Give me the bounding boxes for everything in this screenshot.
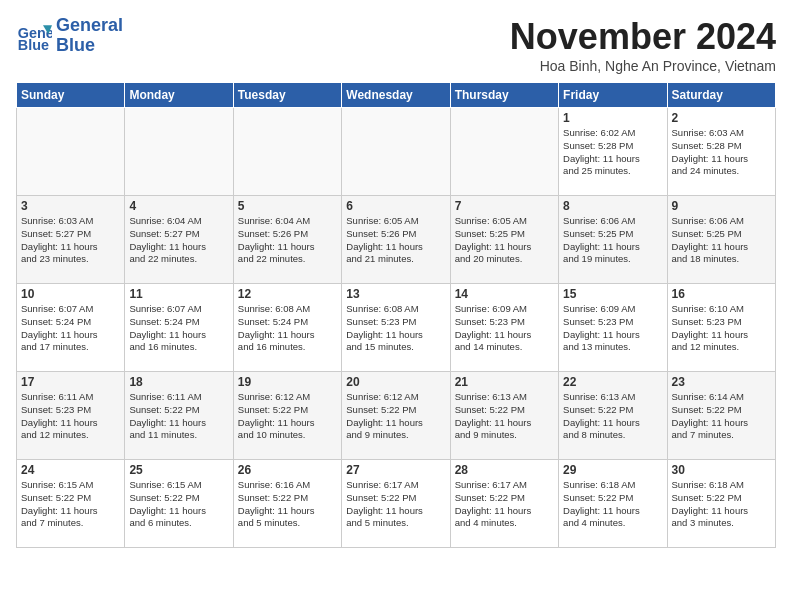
day-number: 17 <box>21 375 120 389</box>
calendar-cell: 4Sunrise: 6:04 AM Sunset: 5:27 PM Daylig… <box>125 196 233 284</box>
calendar-cell: 25Sunrise: 6:15 AM Sunset: 5:22 PM Dayli… <box>125 460 233 548</box>
calendar-cell: 7Sunrise: 6:05 AM Sunset: 5:25 PM Daylig… <box>450 196 558 284</box>
calendar-cell <box>233 108 341 196</box>
day-info: Sunrise: 6:11 AM Sunset: 5:22 PM Dayligh… <box>129 391 228 442</box>
day-info: Sunrise: 6:05 AM Sunset: 5:26 PM Dayligh… <box>346 215 445 266</box>
calendar-cell: 9Sunrise: 6:06 AM Sunset: 5:25 PM Daylig… <box>667 196 775 284</box>
calendar-cell: 14Sunrise: 6:09 AM Sunset: 5:23 PM Dayli… <box>450 284 558 372</box>
day-number: 18 <box>129 375 228 389</box>
calendar-cell: 18Sunrise: 6:11 AM Sunset: 5:22 PM Dayli… <box>125 372 233 460</box>
calendar-cell <box>17 108 125 196</box>
title-block: November 2024 Hoa Binh, Nghe An Province… <box>510 16 776 74</box>
weekday-header-sunday: Sunday <box>17 83 125 108</box>
calendar-cell: 26Sunrise: 6:16 AM Sunset: 5:22 PM Dayli… <box>233 460 341 548</box>
calendar-cell: 8Sunrise: 6:06 AM Sunset: 5:25 PM Daylig… <box>559 196 667 284</box>
day-number: 3 <box>21 199 120 213</box>
day-number: 30 <box>672 463 771 477</box>
weekday-header-friday: Friday <box>559 83 667 108</box>
calendar-cell: 1Sunrise: 6:02 AM Sunset: 5:28 PM Daylig… <box>559 108 667 196</box>
day-number: 4 <box>129 199 228 213</box>
day-info: Sunrise: 6:02 AM Sunset: 5:28 PM Dayligh… <box>563 127 662 178</box>
day-number: 23 <box>672 375 771 389</box>
weekday-header-monday: Monday <box>125 83 233 108</box>
day-number: 13 <box>346 287 445 301</box>
day-info: Sunrise: 6:12 AM Sunset: 5:22 PM Dayligh… <box>346 391 445 442</box>
day-info: Sunrise: 6:15 AM Sunset: 5:22 PM Dayligh… <box>129 479 228 530</box>
day-number: 16 <box>672 287 771 301</box>
calendar-cell: 2Sunrise: 6:03 AM Sunset: 5:28 PM Daylig… <box>667 108 775 196</box>
calendar-week-row: 17Sunrise: 6:11 AM Sunset: 5:23 PM Dayli… <box>17 372 776 460</box>
calendar-cell: 5Sunrise: 6:04 AM Sunset: 5:26 PM Daylig… <box>233 196 341 284</box>
calendar-cell <box>342 108 450 196</box>
calendar-cell: 19Sunrise: 6:12 AM Sunset: 5:22 PM Dayli… <box>233 372 341 460</box>
day-number: 7 <box>455 199 554 213</box>
day-number: 6 <box>346 199 445 213</box>
calendar-cell: 3Sunrise: 6:03 AM Sunset: 5:27 PM Daylig… <box>17 196 125 284</box>
logo-icon: General Blue <box>16 18 52 54</box>
day-number: 11 <box>129 287 228 301</box>
day-info: Sunrise: 6:18 AM Sunset: 5:22 PM Dayligh… <box>672 479 771 530</box>
calendar-cell <box>125 108 233 196</box>
svg-text:Blue: Blue <box>18 37 49 53</box>
day-number: 10 <box>21 287 120 301</box>
calendar-cell <box>450 108 558 196</box>
calendar-table: SundayMondayTuesdayWednesdayThursdayFrid… <box>16 82 776 548</box>
calendar-cell: 29Sunrise: 6:18 AM Sunset: 5:22 PM Dayli… <box>559 460 667 548</box>
day-number: 1 <box>563 111 662 125</box>
calendar-cell: 13Sunrise: 6:08 AM Sunset: 5:23 PM Dayli… <box>342 284 450 372</box>
day-number: 14 <box>455 287 554 301</box>
day-info: Sunrise: 6:07 AM Sunset: 5:24 PM Dayligh… <box>129 303 228 354</box>
day-number: 5 <box>238 199 337 213</box>
calendar-cell: 12Sunrise: 6:08 AM Sunset: 5:24 PM Dayli… <box>233 284 341 372</box>
day-number: 22 <box>563 375 662 389</box>
weekday-header-row: SundayMondayTuesdayWednesdayThursdayFrid… <box>17 83 776 108</box>
day-info: Sunrise: 6:14 AM Sunset: 5:22 PM Dayligh… <box>672 391 771 442</box>
day-info: Sunrise: 6:11 AM Sunset: 5:23 PM Dayligh… <box>21 391 120 442</box>
day-info: Sunrise: 6:15 AM Sunset: 5:22 PM Dayligh… <box>21 479 120 530</box>
day-number: 28 <box>455 463 554 477</box>
page-header: General Blue General Blue November 2024 … <box>16 16 776 74</box>
day-number: 15 <box>563 287 662 301</box>
day-info: Sunrise: 6:08 AM Sunset: 5:23 PM Dayligh… <box>346 303 445 354</box>
day-number: 2 <box>672 111 771 125</box>
day-info: Sunrise: 6:09 AM Sunset: 5:23 PM Dayligh… <box>563 303 662 354</box>
weekday-header-wednesday: Wednesday <box>342 83 450 108</box>
day-number: 20 <box>346 375 445 389</box>
day-info: Sunrise: 6:09 AM Sunset: 5:23 PM Dayligh… <box>455 303 554 354</box>
day-info: Sunrise: 6:07 AM Sunset: 5:24 PM Dayligh… <box>21 303 120 354</box>
day-number: 21 <box>455 375 554 389</box>
calendar-cell: 30Sunrise: 6:18 AM Sunset: 5:22 PM Dayli… <box>667 460 775 548</box>
logo: General Blue General Blue <box>16 16 123 56</box>
day-info: Sunrise: 6:10 AM Sunset: 5:23 PM Dayligh… <box>672 303 771 354</box>
calendar-cell: 17Sunrise: 6:11 AM Sunset: 5:23 PM Dayli… <box>17 372 125 460</box>
day-number: 29 <box>563 463 662 477</box>
day-info: Sunrise: 6:13 AM Sunset: 5:22 PM Dayligh… <box>455 391 554 442</box>
calendar-cell: 10Sunrise: 6:07 AM Sunset: 5:24 PM Dayli… <box>17 284 125 372</box>
day-info: Sunrise: 6:08 AM Sunset: 5:24 PM Dayligh… <box>238 303 337 354</box>
calendar-cell: 6Sunrise: 6:05 AM Sunset: 5:26 PM Daylig… <box>342 196 450 284</box>
day-info: Sunrise: 6:03 AM Sunset: 5:27 PM Dayligh… <box>21 215 120 266</box>
calendar-cell: 15Sunrise: 6:09 AM Sunset: 5:23 PM Dayli… <box>559 284 667 372</box>
calendar-cell: 23Sunrise: 6:14 AM Sunset: 5:22 PM Dayli… <box>667 372 775 460</box>
calendar-cell: 24Sunrise: 6:15 AM Sunset: 5:22 PM Dayli… <box>17 460 125 548</box>
day-number: 27 <box>346 463 445 477</box>
calendar-cell: 21Sunrise: 6:13 AM Sunset: 5:22 PM Dayli… <box>450 372 558 460</box>
day-number: 24 <box>21 463 120 477</box>
day-number: 26 <box>238 463 337 477</box>
calendar-cell: 11Sunrise: 6:07 AM Sunset: 5:24 PM Dayli… <box>125 284 233 372</box>
day-number: 19 <box>238 375 337 389</box>
calendar-cell: 27Sunrise: 6:17 AM Sunset: 5:22 PM Dayli… <box>342 460 450 548</box>
day-number: 25 <box>129 463 228 477</box>
day-info: Sunrise: 6:12 AM Sunset: 5:22 PM Dayligh… <box>238 391 337 442</box>
weekday-header-thursday: Thursday <box>450 83 558 108</box>
calendar-cell: 28Sunrise: 6:17 AM Sunset: 5:22 PM Dayli… <box>450 460 558 548</box>
day-info: Sunrise: 6:05 AM Sunset: 5:25 PM Dayligh… <box>455 215 554 266</box>
location: Hoa Binh, Nghe An Province, Vietnam <box>510 58 776 74</box>
day-info: Sunrise: 6:17 AM Sunset: 5:22 PM Dayligh… <box>455 479 554 530</box>
calendar-cell: 22Sunrise: 6:13 AM Sunset: 5:22 PM Dayli… <box>559 372 667 460</box>
month-title: November 2024 <box>510 16 776 58</box>
day-info: Sunrise: 6:04 AM Sunset: 5:26 PM Dayligh… <box>238 215 337 266</box>
day-info: Sunrise: 6:03 AM Sunset: 5:28 PM Dayligh… <box>672 127 771 178</box>
calendar-week-row: 1Sunrise: 6:02 AM Sunset: 5:28 PM Daylig… <box>17 108 776 196</box>
weekday-header-tuesday: Tuesday <box>233 83 341 108</box>
